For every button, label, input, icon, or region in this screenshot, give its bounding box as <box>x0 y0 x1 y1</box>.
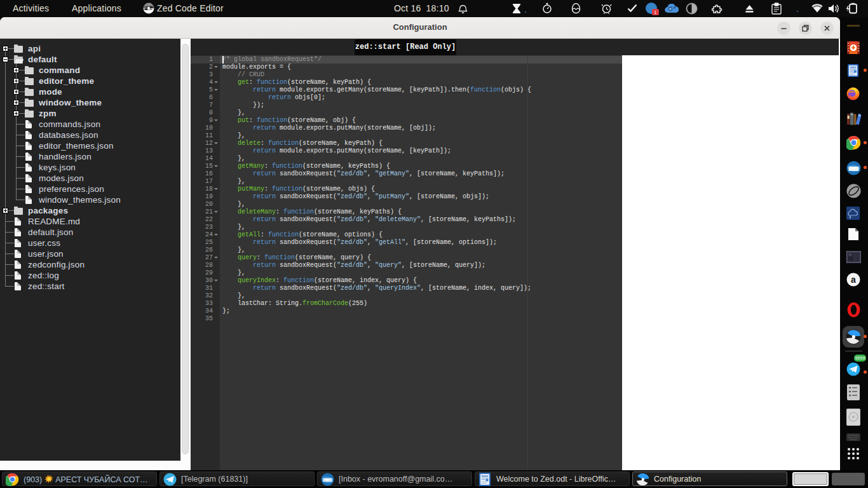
svg-text:a: a <box>851 274 856 285</box>
svg-text:1: 1 <box>654 10 656 15</box>
